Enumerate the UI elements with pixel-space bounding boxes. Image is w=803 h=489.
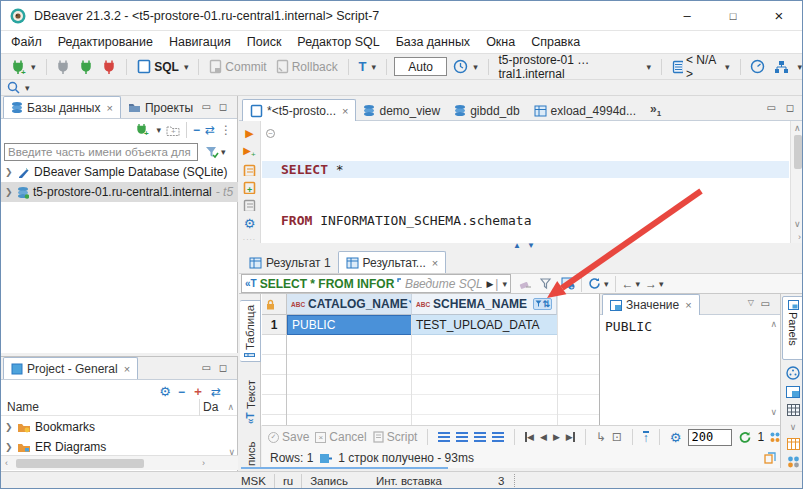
navigator-maximize-icon[interactable]: ◻ <box>219 101 229 112</box>
tab-result-2[interactable]: Результат... × <box>338 251 447 273</box>
tab-value[interactable]: Значение × <box>602 294 700 315</box>
first-row-icon[interactable]: ◀ <box>525 432 534 442</box>
editor-hscroll-right-icon[interactable]: › <box>798 232 801 242</box>
tab-databases-close-icon[interactable]: × <box>106 102 112 114</box>
value-panel-content[interactable]: PUBLIC <box>605 319 652 334</box>
cell-catalog-name[interactable]: PUBLIC <box>287 315 412 335</box>
menu-navigation[interactable]: Навигация <box>161 31 239 53</box>
tab-panels[interactable]: Panels <box>782 296 803 360</box>
editor-maximize-icon[interactable]: ◻ <box>786 102 796 113</box>
expand-chevron-icon[interactable]: ❯ <box>5 167 13 177</box>
transaction-state-dropdown-icon[interactable]: ▾ <box>473 62 478 72</box>
column-header-name[interactable]: Name <box>7 400 39 414</box>
link-with-editor-icon[interactable]: ⇄ <box>205 123 215 137</box>
project-collapse-icon[interactable]: − <box>178 385 185 399</box>
collapse-all-icon[interactable]: − <box>193 123 200 137</box>
project-scroll-up-icon[interactable]: ∧ <box>227 402 234 412</box>
reconnect-button[interactable] <box>76 58 96 76</box>
sql-editor-button[interactable]: SQL ▾ <box>134 58 191 75</box>
next-dropdown-icon[interactable]: ▾ <box>659 279 664 289</box>
new-folder-icon[interactable]: + <box>166 125 180 136</box>
new-connection-button[interactable]: + ▾ <box>7 58 39 76</box>
schema-filter-sort-icon[interactable]: ⇅ <box>533 298 552 310</box>
active-connection-combo[interactable]: t5-prostore-01 … tral1.internal ▾ <box>496 52 655 82</box>
apply-filter-icon[interactable]: ▶ <box>486 279 493 289</box>
tree-item-sample-database[interactable]: ❯ DBeaver Sample Database (SQLite) <box>1 162 238 182</box>
menu-database[interactable]: База данных <box>388 31 478 53</box>
tab-project-close-icon[interactable]: × <box>124 363 130 375</box>
tab-sql-script-close-icon[interactable]: × <box>342 105 348 117</box>
object-filter-input[interactable] <box>4 143 198 161</box>
column-header-catalog-name[interactable]: ABC CATALOG_NAME ⇅ <box>287 294 412 315</box>
sql-editor-dropdown-icon[interactable]: ▾ <box>184 62 189 72</box>
menu-edit[interactable]: Редактирование <box>50 31 161 53</box>
code-line-1[interactable]: SELECT * <box>281 161 641 178</box>
project-hscrollbar[interactable]: ‹ › <box>1 455 238 470</box>
disconnect-button[interactable] <box>99 58 119 76</box>
next-page-icon[interactable]: → <box>645 277 657 291</box>
hscroll-right-icon[interactable]: › <box>202 458 205 468</box>
expand-chevron-icon[interactable]: ❯ <box>5 422 13 432</box>
edit-row-icon[interactable] <box>438 432 450 442</box>
last-row-icon[interactable]: ▶ <box>566 432 575 442</box>
splitter-up-icon[interactable]: ▲ <box>513 241 521 250</box>
project-row-er-diagrams[interactable]: ❯ ER Diagrams <box>1 437 237 457</box>
transaction-dropdown-icon[interactable]: ▾ <box>372 62 377 72</box>
grid-view-icon[interactable] <box>787 404 800 416</box>
metadata-panel-icon[interactable] <box>787 456 800 468</box>
previous-row-icon[interactable]: ◀ <box>540 432 547 442</box>
menu-window[interactable]: Окна <box>478 31 523 53</box>
menu-sql-editor[interactable]: Редактор SQL <box>289 31 387 53</box>
editor-vscrollbar[interactable]: ∧ ∨ <box>790 121 803 243</box>
menu-help[interactable]: Справка <box>523 31 588 53</box>
code-line-2[interactable]: FROM INFORMATION_SCHEMA.schemata <box>281 212 641 229</box>
project-minimize-icon[interactable]: ▭ <box>202 362 213 373</box>
next-row-icon[interactable]: ▶ <box>553 432 560 442</box>
connection-dropdown-icon[interactable]: ▾ <box>647 62 652 72</box>
grid-corner-cell[interactable] <box>262 294 287 315</box>
new-connection-dropdown-icon[interactable]: ▾ <box>31 62 36 72</box>
fold-marker-icon[interactable]: − <box>266 129 275 138</box>
transaction-state-button[interactable]: ▾ <box>450 58 481 75</box>
tab-gibdd-db[interactable]: gibdd_db <box>447 100 526 121</box>
results-filter-input-box[interactable]: «T SELECT * FROM INFOR Введите SQL выраж… <box>241 274 511 293</box>
navigator-menu-icon[interactable]: ⋮ <box>220 123 233 137</box>
hscroll-left-icon[interactable]: ‹ <box>5 458 8 468</box>
tree-item-t5-connection[interactable]: ❯ t5-prostore-01.ru-central1.internal - … <box>1 182 238 202</box>
panels-toggle-dots-icon[interactable] <box>770 432 780 443</box>
project-maximize-icon[interactable]: ◻ <box>219 362 229 373</box>
navigator-new-dropdown-icon[interactable]: ▾ <box>156 125 161 135</box>
filter-history-dropdown-icon[interactable]: ▾ <box>502 279 507 289</box>
tab-exload[interactable]: exload_4994d... <box>527 100 643 121</box>
tab-sql-script[interactable]: *<t5-prosto... × <box>242 99 356 121</box>
column-header-date[interactable]: Da <box>203 400 218 414</box>
save-button[interactable]: ✓ Save <box>268 430 309 444</box>
tab-result-2-close-icon[interactable]: × <box>432 257 438 269</box>
navigator-minimize-icon[interactable]: ▭ <box>202 101 213 112</box>
fetch-size-input[interactable] <box>688 429 732 446</box>
filter-dropdown-icon[interactable]: ▾ <box>221 147 226 157</box>
menu-file[interactable]: Файл <box>3 31 50 53</box>
eraser-icon[interactable] <box>519 278 532 290</box>
tasks-button[interactable] <box>771 59 792 75</box>
row-header-1[interactable]: 1 <box>262 315 287 335</box>
search-icon[interactable] <box>7 81 20 94</box>
maximize-button[interactable]: □ <box>710 1 756 30</box>
value-panel-minimize-icon[interactable]: ▭ <box>761 298 772 309</box>
close-button[interactable]: × <box>756 1 802 30</box>
execute-new-tab-icon[interactable]: ▶+ <box>243 145 255 159</box>
dashboard-button[interactable] <box>747 58 768 75</box>
project-link-icon[interactable]: ⇄ <box>211 385 221 399</box>
explain-plan-icon[interactable] <box>243 199 256 211</box>
copy-status-icon[interactable] <box>764 452 776 464</box>
tab-grid-presentation[interactable]: Таблица <box>240 300 261 362</box>
delete-row-icon[interactable] <box>492 432 504 442</box>
empty-grid-rows[interactable] <box>287 335 599 425</box>
calc-panel-icon[interactable] <box>787 438 800 450</box>
value-scroll-down-icon[interactable]: ∨ <box>770 407 777 417</box>
editor-results-splitter[interactable]: ▲ ▼ <box>239 243 803 251</box>
previous-dropdown-icon[interactable]: ▾ <box>636 279 641 289</box>
toolbar-overflow-dropdown-icon[interactable]: ▾ <box>797 62 802 72</box>
editor-scroll-up-icon[interactable]: ∧ <box>794 123 801 133</box>
filter-settings-icon[interactable] <box>205 146 219 159</box>
